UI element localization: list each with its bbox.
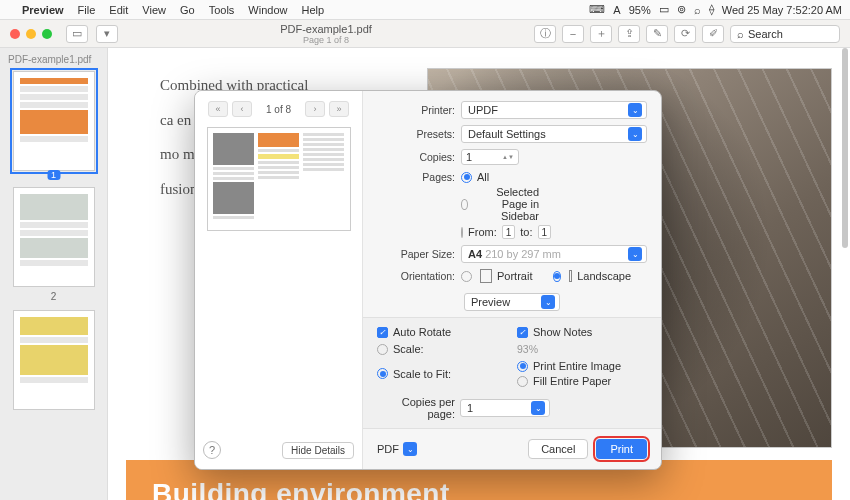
pages-from-radio[interactable]: From: 1 to: 1 xyxy=(461,225,539,239)
battery-pct: 95% xyxy=(629,4,651,16)
printer-label: Printer: xyxy=(377,104,455,116)
printer-select[interactable]: UPDF⌄ xyxy=(461,101,647,119)
hide-details-button[interactable]: Hide Details xyxy=(282,442,354,459)
pages-selected-radio[interactable]: Selected Page in Sidebar xyxy=(461,186,539,222)
vertical-scrollbar[interactable] xyxy=(842,48,848,248)
pager-first-button[interactable]: « xyxy=(208,101,228,117)
presets-select[interactable]: Default Settings⌄ xyxy=(461,125,647,143)
app-name[interactable]: Preview xyxy=(22,4,64,16)
rotate-button[interactable]: ⟳ xyxy=(674,25,696,43)
preview-section-select[interactable]: Preview⌄ xyxy=(464,293,560,311)
page-pager: « ‹ 1 of 8 › » xyxy=(208,101,349,117)
status-tray: ⌨ A 95% ▭ ⊚ ⌕ ⟠ Wed 25 May 7:52:20 AM xyxy=(589,3,842,16)
doc-subtitle: Page 1 of 8 xyxy=(126,35,526,45)
chevron-down-icon: ⌄ xyxy=(628,127,642,141)
pager-label: 1 of 8 xyxy=(256,104,301,115)
pages-from-field[interactable]: 1 xyxy=(502,225,516,239)
search-icon: ⌕ xyxy=(737,28,744,40)
info-button[interactable]: ⓘ xyxy=(534,25,556,43)
stepper-icon: ▲▼ xyxy=(502,155,514,160)
pager-last-button[interactable]: » xyxy=(329,101,349,117)
copies-stepper[interactable]: 1▲▼ xyxy=(461,149,519,165)
menu-file[interactable]: File xyxy=(78,4,96,16)
thumbnail-sidebar: PDF-example1.pdf 1 2 xyxy=(0,48,108,500)
chevron-down-icon: ⌄ xyxy=(541,295,555,309)
menu-edit[interactable]: Edit xyxy=(109,4,128,16)
pages-label: Pages: xyxy=(377,171,455,183)
sidebar-doc-title: PDF-example1.pdf xyxy=(8,54,99,65)
battery-icon[interactable]: ▭ xyxy=(659,3,669,16)
pdf-dropdown[interactable]: PDF⌄ xyxy=(377,442,417,456)
presets-label: Presets: xyxy=(377,128,455,140)
auto-rotate-check[interactable]: Auto Rotate xyxy=(377,326,507,338)
view-mode-button[interactable]: ▾ xyxy=(96,25,118,43)
cpp-label: Copies per page: xyxy=(377,396,455,420)
print-entire-radio[interactable]: Print Entire Image xyxy=(517,360,647,372)
thumb-page-2[interactable] xyxy=(13,187,95,287)
keyboard-icon[interactable]: ⌨ xyxy=(589,3,605,16)
search-field[interactable]: ⌕Search xyxy=(730,25,840,43)
zoom-in-button[interactable]: ＋ xyxy=(590,25,612,43)
print-dialog: « ‹ 1 of 8 › » ? Hide Details Printer: U… xyxy=(194,90,662,470)
orientation-landscape-radio[interactable]: Landscape xyxy=(553,270,631,282)
pager-next-button[interactable]: › xyxy=(305,101,325,117)
chevron-down-icon: ⌄ xyxy=(628,247,642,261)
thumb-page-2-num: 2 xyxy=(6,291,101,302)
scale-value: 93% xyxy=(517,343,647,355)
cancel-button[interactable]: Cancel xyxy=(528,439,588,459)
portrait-icon xyxy=(480,269,492,283)
fill-paper-radio[interactable]: Fill Entire Paper xyxy=(517,375,647,387)
input-source-icon[interactable]: A xyxy=(613,4,620,16)
copies-label: Copies: xyxy=(377,151,455,163)
menu-window[interactable]: Window xyxy=(248,4,287,16)
help-button[interactable]: ? xyxy=(203,441,221,459)
show-notes-check[interactable]: Show Notes xyxy=(517,326,647,338)
sidebar-toggle-button[interactable]: ▭ xyxy=(66,25,88,43)
orientation-portrait-radio[interactable]: Portrait xyxy=(461,269,539,283)
control-center-icon[interactable]: ⟠ xyxy=(709,3,714,16)
thumb-page-1[interactable]: 1 xyxy=(13,71,95,171)
clock[interactable]: Wed 25 May 7:52:20 AM xyxy=(722,4,842,16)
print-button[interactable]: Print xyxy=(596,439,647,459)
menu-go[interactable]: Go xyxy=(180,4,195,16)
scale-to-fit-radio[interactable]: Scale to Fit: xyxy=(377,360,507,387)
menu-tools[interactable]: Tools xyxy=(209,4,235,16)
print-preview-thumb xyxy=(207,127,351,231)
thumb-page-3[interactable] xyxy=(13,310,95,410)
highlight-button[interactable]: ✎ xyxy=(646,25,668,43)
share-button[interactable]: ⇪ xyxy=(618,25,640,43)
menu-help[interactable]: Help xyxy=(301,4,324,16)
menubar: Preview File Edit View Go Tools Window H… xyxy=(0,0,850,20)
page-badge: 1 xyxy=(47,170,60,180)
chevron-down-icon: ⌄ xyxy=(628,103,642,117)
doc-title: PDF-example1.pdf xyxy=(126,23,526,35)
pages-all-radio[interactable]: All xyxy=(461,171,539,183)
orientation-label: Orientation: xyxy=(377,270,455,282)
scale-radio[interactable]: Scale: xyxy=(377,343,507,355)
landscape-icon xyxy=(569,270,572,282)
window-toolbar: ▭ ▾ PDF-example1.pdf Page 1 of 8 ⓘ − ＋ ⇪… xyxy=(0,20,850,48)
paper-label: Paper Size: xyxy=(377,248,455,260)
chevron-down-icon: ⌄ xyxy=(403,442,417,456)
paper-select[interactable]: A4 210 by 297 mm⌄ xyxy=(461,245,647,263)
chevron-down-icon: ⌄ xyxy=(531,401,545,415)
zoom-out-button[interactable]: − xyxy=(562,25,584,43)
magnify-icon[interactable]: ⌕ xyxy=(694,4,701,16)
window-title: PDF-example1.pdf Page 1 of 8 xyxy=(126,23,526,45)
pages-to-field[interactable]: 1 xyxy=(538,225,552,239)
wifi-icon[interactable]: ⊚ xyxy=(677,3,686,16)
cpp-select[interactable]: 1⌄ xyxy=(460,399,550,417)
traffic-lights[interactable] xyxy=(10,29,52,39)
markup-button[interactable]: ✐ xyxy=(702,25,724,43)
menu-view[interactable]: View xyxy=(142,4,166,16)
pager-prev-button[interactable]: ‹ xyxy=(232,101,252,117)
headline-text: Building environment xyxy=(152,478,806,500)
